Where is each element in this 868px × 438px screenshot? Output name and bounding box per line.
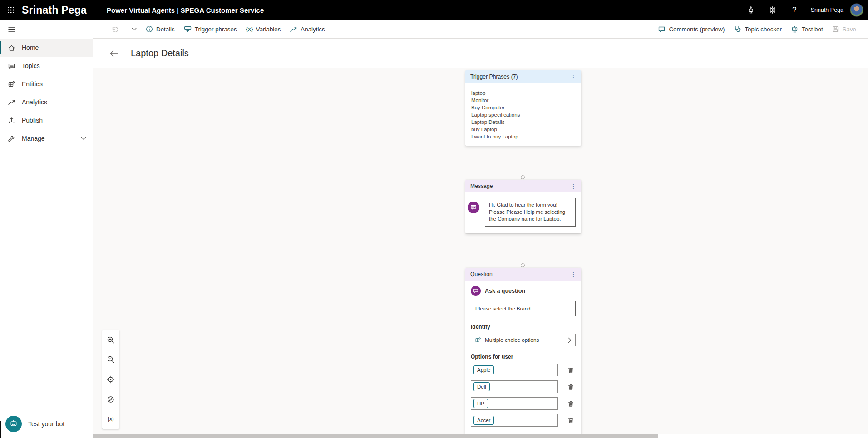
bot-environment-icon[interactable] [742, 0, 760, 20]
node-title: Question [470, 271, 493, 277]
sidebar-item-label: Manage [22, 135, 45, 142]
zoom-in-icon[interactable] [102, 331, 119, 349]
sidebar-item-topics[interactable]: Topics [0, 57, 93, 75]
option-chip[interactable]: Accer [473, 416, 494, 425]
undo-button[interactable] [107, 20, 123, 39]
authoring-canvas[interactable]: {x} Trigger Phrases (7) ⋮ laptop Monitor… [93, 68, 868, 438]
sidebar-item-entities[interactable]: Entities [0, 75, 93, 93]
home-icon [8, 44, 15, 52]
message-node[interactable]: Message ⋮ Hi, Glad to hear the form you!… [465, 180, 581, 233]
undo-icon [111, 25, 118, 33]
info-icon [146, 25, 153, 33]
chevron-down-icon [132, 28, 137, 31]
identify-value: Multiple choice options [485, 337, 539, 343]
trash-icon[interactable] [566, 399, 576, 408]
option-input[interactable]: HP [471, 397, 558, 410]
option-input[interactable]: Apple [471, 364, 558, 376]
entities-icon [8, 80, 15, 88]
ask-a-question-label: Ask a question [485, 288, 525, 294]
save-button[interactable]: Save [828, 20, 861, 39]
trash-icon[interactable] [566, 365, 576, 375]
window-edge-artifact [0, 421, 1, 438]
trash-icon[interactable] [566, 382, 576, 392]
option-input[interactable]: Dell [471, 380, 558, 393]
org-name: Srinath Pega [22, 4, 87, 16]
horizontal-scrollbar[interactable] [93, 434, 868, 438]
option-chip[interactable]: HP [473, 399, 488, 408]
node-title: Message [470, 183, 493, 189]
identify-select[interactable]: Multiple choice options [471, 334, 576, 346]
sidebar-item-label: Topics [22, 62, 40, 69]
option-row: Apple [471, 364, 576, 376]
wrench-icon [8, 135, 15, 143]
expand-chevron-button[interactable] [127, 20, 141, 39]
entity-icon [475, 337, 481, 343]
help-icon[interactable]: ? [785, 0, 804, 20]
connector-node-dot[interactable] [521, 263, 525, 267]
gear-icon[interactable] [764, 0, 782, 20]
node-title: Trigger Phrases (7) [470, 74, 518, 80]
connector-node-dot[interactable] [521, 175, 525, 179]
option-row: Dell [471, 380, 576, 393]
question-text-input[interactable]: Please select the Brand. [471, 301, 576, 316]
identify-label: Identify [471, 324, 576, 330]
test-your-bot-button[interactable]: Test your bot [0, 410, 93, 438]
page-title: Laptop Details [131, 48, 189, 59]
test-bot-label: Test bot [802, 26, 823, 33]
kebab-menu-icon[interactable]: ⋮ [568, 181, 578, 191]
option-input[interactable]: Accer [471, 414, 558, 427]
trash-icon[interactable] [566, 415, 576, 425]
publish-icon [8, 117, 15, 124]
option-chip[interactable]: Apple [473, 365, 494, 374]
option-chip[interactable]: Dell [473, 382, 490, 391]
save-icon [832, 25, 839, 33]
trigger-phrases-node[interactable]: Trigger Phrases (7) ⋮ laptop Monitor Buy… [465, 70, 581, 146]
details-label: Details [156, 26, 175, 33]
back-arrow-icon[interactable] [108, 47, 120, 60]
question-bubble-icon [471, 286, 481, 296]
trigger-phrase: laptop [471, 89, 576, 97]
app-launcher-icon[interactable] [0, 0, 22, 20]
center-canvas-icon[interactable] [102, 371, 119, 388]
details-button[interactable]: Details [141, 20, 179, 39]
trigger-phrase: Buy Computer [471, 104, 576, 111]
kebab-menu-icon[interactable]: ⋮ [568, 72, 578, 82]
kebab-menu-icon[interactable]: ⋮ [568, 269, 578, 279]
sidebar-item-home[interactable]: Home [0, 39, 93, 57]
trigger-phrase: I want to buy Laptop [471, 133, 576, 140]
topic-header: Laptop Details [93, 39, 868, 68]
variables-button[interactable]: {x} Variables [242, 20, 286, 39]
option-row: Accer [471, 414, 576, 427]
topics-icon [8, 62, 15, 70]
hamburger-menu-icon[interactable] [8, 25, 15, 33]
option-row: HP [471, 397, 576, 410]
robot-icon [791, 25, 799, 33]
avatar[interactable] [850, 3, 863, 17]
comment-icon [658, 25, 666, 33]
canvas-toolbar: {x} [102, 330, 119, 429]
sidebar-item-manage[interactable]: Manage [0, 129, 93, 148]
sidebar-item-publish[interactable]: Publish [0, 111, 93, 129]
trigger-phrases-icon [184, 25, 192, 33]
message-text-box[interactable]: Hi, Glad to hear the form you! Please Pl… [485, 198, 576, 227]
question-node[interactable]: Question ⋮ Ask a question Please select … [465, 268, 581, 435]
sidebar-item-analytics[interactable]: Analytics [0, 93, 93, 111]
trigger-phrases-label: Trigger phrases [195, 26, 237, 33]
trigger-phrase: Monitor [471, 97, 576, 104]
analytics-button[interactable]: Analytics [285, 20, 329, 39]
trigger-phrases-button[interactable]: Trigger phrases [179, 20, 242, 39]
app-title: Power Virtual Agents | SPEGA Customer Se… [107, 6, 264, 14]
comments-label: Comments (preview) [669, 26, 725, 33]
zoom-out-icon[interactable] [102, 351, 119, 368]
test-bot-button[interactable]: Test bot [786, 20, 828, 39]
canvas-variables-icon[interactable]: {x} [102, 410, 119, 428]
comments-button[interactable]: Comments (preview) [653, 20, 729, 39]
scrollbar-thumb[interactable] [93, 434, 658, 438]
sidebar-item-label: Home [22, 44, 39, 51]
trigger-phrase: Laptop specifications [471, 111, 576, 118]
trigger-phrase-list: laptop Monitor Buy Computer Laptop speci… [465, 83, 581, 146]
topic-checker-button[interactable]: Topic checker [729, 20, 786, 39]
test-your-bot-label: Test your bot [28, 420, 64, 428]
command-bar: Details Trigger phrases {x} Variables [93, 20, 868, 39]
minimap-compass-icon[interactable] [102, 391, 119, 408]
